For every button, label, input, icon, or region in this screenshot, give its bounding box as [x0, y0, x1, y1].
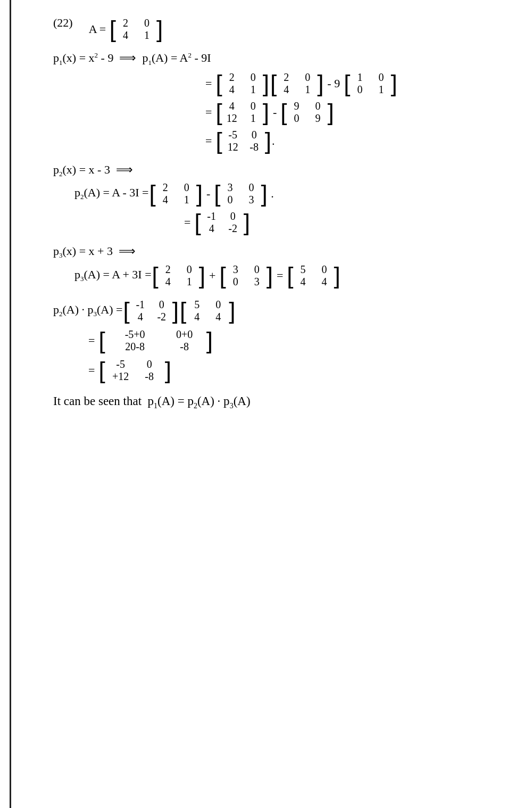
left-bracket-a: [	[110, 18, 116, 41]
c: -1	[206, 210, 218, 222]
problem-header: (22) A = [ 2 0 4 1 ]	[53, 16, 500, 43]
minus2: -	[273, 105, 277, 119]
c: 2	[280, 71, 292, 84]
c: 12	[227, 141, 239, 153]
c: 3	[251, 276, 263, 288]
c: 5	[191, 299, 203, 311]
rb8: ]	[261, 182, 268, 205]
c: 0	[302, 71, 313, 84]
c: 4	[226, 84, 238, 96]
c: 4	[191, 311, 203, 323]
matrix-a-r2c2: 1	[141, 29, 153, 42]
p2-definition: p2(x) = x - 3 ⟹	[53, 163, 500, 178]
rb13: ]	[172, 299, 179, 323]
c: 4	[212, 311, 224, 323]
c: 2	[226, 71, 238, 84]
p1-step1-line: = [ 20 41 ] [ 20 41 ] - 9 [ 10 01 ]	[202, 70, 500, 97]
c: 9	[312, 112, 323, 125]
c: 2	[162, 263, 174, 276]
c: 0	[247, 71, 259, 84]
lb15: [	[98, 329, 105, 352]
equals3: =	[205, 134, 212, 148]
p3-definition: p3(x) = x + 3 ⟹	[53, 244, 500, 260]
p1-step2-line: = [ 40 121 ] - [ 90 09 ]	[202, 99, 500, 126]
c: 4	[206, 222, 218, 235]
c: 0	[290, 112, 302, 125]
rb15: ]	[206, 329, 213, 352]
c: 0	[184, 263, 195, 276]
c: 0	[247, 100, 259, 112]
c: -8	[169, 341, 201, 353]
c: 0	[227, 210, 239, 222]
c: -8	[140, 370, 159, 383]
c: -5	[227, 129, 239, 141]
lb9: [	[194, 211, 201, 234]
c: 4	[160, 194, 171, 206]
rb11: ]	[267, 264, 273, 287]
equals2: =	[205, 105, 212, 119]
rb7: ]	[196, 182, 203, 205]
m16: -50 +12-8	[106, 357, 164, 384]
c: 0	[251, 263, 263, 276]
rb9: ]	[244, 211, 250, 234]
lb11: [	[219, 264, 226, 287]
lb8: [	[214, 182, 220, 205]
conclusion-container: It can be seen that p1(A) = p2(A) · p3(A…	[53, 394, 500, 410]
c: 0	[246, 182, 257, 194]
c: 2	[160, 182, 171, 194]
period2: .	[268, 187, 274, 201]
c: 1	[184, 276, 195, 288]
p2-calc-label: p2(A) = A - 3I =	[74, 186, 148, 201]
p2-calc-line: p2(A) = A - 3I = [ 20 41 ] - [ 30 03 ] .	[74, 180, 500, 207]
m6: -50 12-8	[223, 128, 264, 154]
equals6: =	[88, 334, 95, 348]
lb2: [	[270, 72, 277, 95]
c: 0	[248, 129, 260, 141]
p1-def-text: p1(x) = x2 - 9 ⟹ p1(A) = A2 - 9I	[53, 51, 211, 67]
m12: 50 44	[294, 262, 334, 289]
rb12: ]	[334, 264, 340, 287]
c: 0	[312, 100, 323, 112]
p3-calc-label: p3(A) = A + 3I =	[74, 268, 152, 283]
conclusion-text: It can be seen that p1(A) = p2(A) · p3(A…	[53, 394, 251, 408]
right-bracket-a: ]	[156, 18, 163, 41]
m14: 50 44	[187, 298, 228, 324]
m15: -5+00+0 20-8-8	[106, 326, 206, 355]
p1-definition-line: p1(x) = x2 - 9 ⟹ p1(A) = A2 - 9I	[53, 51, 500, 67]
c: 3	[230, 263, 242, 276]
rb16: ]	[165, 359, 171, 382]
product-step1-line: p2(A) · p3(A) = [ -10 4-2 ] [ 50 44 ]	[53, 298, 500, 324]
m5: 90 09	[287, 99, 327, 126]
matrix-a-label: A =	[89, 22, 109, 36]
m3: 10 01	[351, 70, 390, 97]
lb16: [	[98, 359, 105, 382]
c: 12	[226, 112, 238, 125]
c: 0	[181, 182, 193, 194]
matrix-a-row2: 4 1	[120, 29, 153, 42]
matrix-a-content: 2 0 4 1	[117, 16, 156, 43]
c: -5+0	[111, 328, 159, 341]
equals4: =	[184, 216, 190, 229]
p3-calc-line: p3(A) = A + 3I = [ 20 41 ] + [ 30 03 ] =…	[74, 262, 500, 289]
p3-def-text: p3(x) = x + 3 ⟹	[53, 244, 136, 260]
c: 0	[212, 299, 224, 311]
minus3: -	[206, 187, 210, 201]
problem-label: (22)	[53, 16, 73, 30]
c: 0	[354, 84, 365, 96]
matrix-a-r2c1: 4	[120, 29, 131, 42]
c: 4	[135, 311, 146, 323]
equals7: =	[88, 364, 95, 377]
c: 4	[162, 276, 174, 288]
c: -5	[111, 358, 130, 370]
product-step2-line: = [ -5+00+0 20-8-8 ]	[85, 326, 500, 355]
c: 4	[280, 84, 292, 96]
p2-result-line: = [ -10 4-2 ]	[181, 209, 500, 236]
c: 4	[226, 100, 238, 112]
c: 0	[319, 263, 330, 276]
c: 3	[246, 194, 257, 206]
rb14: ]	[229, 299, 235, 323]
c: 3	[225, 182, 236, 194]
equals-sign-1: =	[205, 77, 212, 90]
left-border-line	[10, 0, 11, 808]
m7: 20 41	[156, 180, 196, 207]
